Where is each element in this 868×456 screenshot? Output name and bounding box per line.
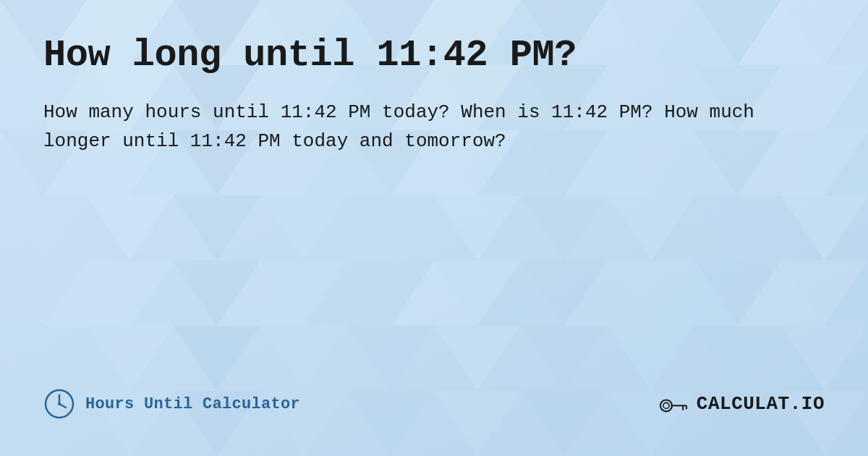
svg-point-116 bbox=[58, 402, 61, 405]
page-content: How long until 11:42 PM? How many hours … bbox=[0, 0, 868, 456]
top-section: How long until 11:42 PM? How many hours … bbox=[43, 35, 825, 388]
footer-brand-label: Hours Until Calculator bbox=[85, 395, 300, 413]
page-footer: Hours Until Calculator CALCULAT.IO bbox=[43, 388, 825, 427]
svg-point-118 bbox=[663, 402, 669, 408]
page-description: How many hours until 11:42 PM today? Whe… bbox=[43, 98, 825, 156]
clock-icon bbox=[43, 388, 75, 420]
calculat-logo-text: CALCULAT.IO bbox=[697, 393, 825, 415]
page-title: How long until 11:42 PM? bbox=[43, 35, 825, 76]
footer-logo-right: CALCULAT.IO bbox=[658, 389, 825, 418]
footer-brand-left: Hours Until Calculator bbox=[43, 388, 300, 420]
calculat-icon bbox=[658, 389, 692, 418]
svg-point-117 bbox=[660, 400, 672, 411]
